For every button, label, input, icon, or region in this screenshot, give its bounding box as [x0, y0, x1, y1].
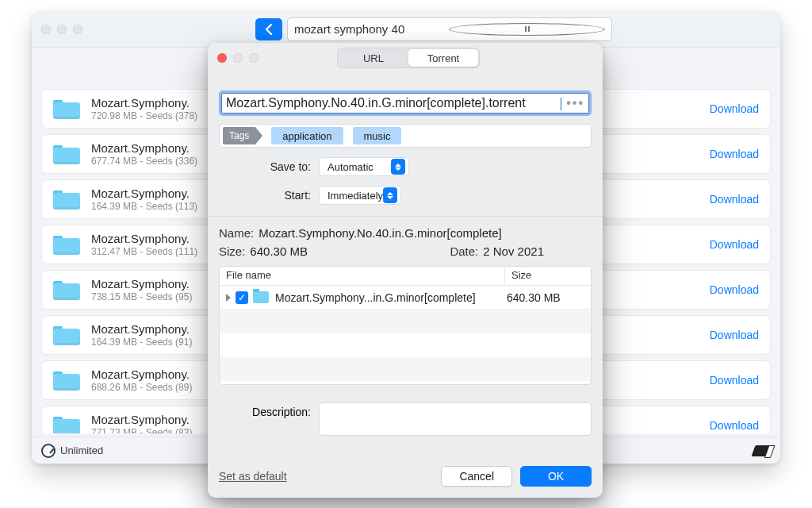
- size-label: Size:: [219, 244, 245, 258]
- dialog-zoom-icon: [249, 53, 259, 63]
- set-as-default-link[interactable]: Set as default: [219, 470, 287, 483]
- save-to-select[interactable]: Automatic: [319, 157, 409, 176]
- stepper-arrows-icon: [391, 159, 405, 175]
- folder-icon: [53, 325, 80, 345]
- file-row-size: 640.30 MB: [507, 291, 586, 304]
- torrent-meta: Name: Mozart.Symphony.No.40.in.G.minor[c…: [219, 217, 592, 266]
- result-title: Mozart.Symphony.: [91, 96, 218, 110]
- chevron-right-icon[interactable]: [226, 294, 231, 302]
- torrent-file-value: Mozart.Symphony.No.40.in.G.minor[complet…: [226, 96, 561, 110]
- name-value: Mozart.Symphony.No.40.in.G.minor[complet…: [259, 226, 502, 240]
- file-table-empty-row: [220, 357, 591, 381]
- save-to-value: Automatic: [327, 161, 373, 173]
- eraser-icon[interactable]: [751, 445, 772, 456]
- speedometer-icon[interactable]: [41, 444, 56, 458]
- file-table-row[interactable]: ✓ Mozart.Symphony...in.G.minor[complete]…: [220, 286, 591, 310]
- download-button[interactable]: Download: [710, 329, 759, 341]
- download-button[interactable]: Download: [710, 193, 759, 206]
- window-close-icon[interactable]: [41, 25, 51, 34]
- tag-chip[interactable]: application: [271, 127, 343, 144]
- file-table-empty-row: [220, 333, 591, 357]
- cancel-button[interactable]: Cancel: [441, 466, 512, 487]
- description-label: Description:: [219, 402, 319, 418]
- result-title: Mozart.Symphony.: [91, 413, 218, 426]
- download-button[interactable]: Download: [710, 283, 759, 296]
- result-title: Mozart.Symphony.: [91, 368, 218, 381]
- tags-label: Tags: [223, 127, 255, 144]
- size-value: 640.30 MB: [250, 244, 308, 258]
- description-field[interactable]: [319, 402, 592, 436]
- traffic-lights: [41, 25, 82, 34]
- folder-icon: [53, 415, 80, 433]
- torrent-file-field[interactable]: Mozart.Symphony.No.40.in.G.minor[complet…: [219, 90, 592, 116]
- save-to-label: Save to:: [219, 160, 319, 173]
- pause-icon[interactable]: [449, 23, 605, 36]
- source-segmented-control: URL Torrent: [337, 48, 480, 68]
- window-zoom-icon[interactable]: [73, 25, 82, 34]
- speed-label: Unlimited: [60, 444, 103, 456]
- search-input[interactable]: mozart symphony 40: [287, 17, 612, 41]
- dialog-traffic-lights: [217, 53, 259, 63]
- folder-icon: [53, 234, 80, 255]
- download-button[interactable]: Download: [710, 419, 759, 432]
- window-minimize-icon[interactable]: [57, 25, 67, 34]
- file-table-header: File name Size: [220, 267, 591, 286]
- dialog-close-icon[interactable]: [217, 53, 227, 63]
- tags-field[interactable]: Tags application music: [219, 124, 592, 148]
- col-filename[interactable]: File name: [220, 267, 505, 285]
- back-button[interactable]: [255, 18, 282, 40]
- result-title: Mozart.Symphony.: [91, 232, 218, 245]
- start-value: Immediately: [327, 190, 383, 202]
- add-torrent-dialog: URL Torrent Mozart.Symphony.No.40.in.G.m…: [208, 43, 603, 498]
- download-button[interactable]: Download: [710, 148, 759, 160]
- ok-button[interactable]: OK: [520, 466, 592, 487]
- tab-torrent[interactable]: Torrent: [408, 49, 478, 67]
- folder-icon: [253, 291, 269, 303]
- folder-icon: [53, 189, 80, 210]
- folder-icon: [53, 370, 80, 391]
- stepper-arrows-icon: [383, 187, 397, 203]
- dialog-minimize-icon: [233, 53, 243, 63]
- result-title: Mozart.Symphony.: [91, 141, 218, 155]
- dialog-footer: Set as default Cancel OK: [208, 456, 603, 498]
- download-button[interactable]: Download: [710, 238, 759, 251]
- dialog-titlebar: URL Torrent: [208, 43, 603, 73]
- result-title: Mozart.Symphony.: [91, 277, 218, 291]
- tab-url[interactable]: URL: [339, 49, 408, 67]
- chevron-left-icon: [264, 24, 274, 35]
- tag-chip[interactable]: music: [353, 127, 402, 144]
- date-label: Date:: [450, 244, 478, 258]
- folder-icon: [53, 144, 80, 164]
- file-row-name: Mozart.Symphony...in.G.minor[complete]: [275, 291, 507, 304]
- more-icon[interactable]: •••: [566, 96, 584, 110]
- download-button[interactable]: Download: [710, 374, 759, 387]
- date-value: 2 Nov 2021: [483, 244, 544, 258]
- checkbox-checked-icon[interactable]: ✓: [236, 291, 248, 304]
- col-size[interactable]: Size: [505, 267, 591, 285]
- start-label: Start:: [219, 189, 319, 202]
- result-title: Mozart.Symphony.: [91, 322, 218, 336]
- folder-icon: [53, 98, 80, 119]
- folder-icon: [53, 279, 80, 300]
- file-table-empty-row: [220, 310, 591, 333]
- search-input-text: mozart symphony 40: [294, 22, 449, 36]
- file-table: File name Size ✓ Mozart.Symphony...in.G.…: [219, 266, 592, 385]
- result-title: Mozart.Symphony.: [91, 187, 218, 200]
- name-label: Name:: [219, 226, 254, 240]
- download-button[interactable]: Download: [710, 102, 759, 115]
- start-select[interactable]: Immediately: [319, 186, 401, 205]
